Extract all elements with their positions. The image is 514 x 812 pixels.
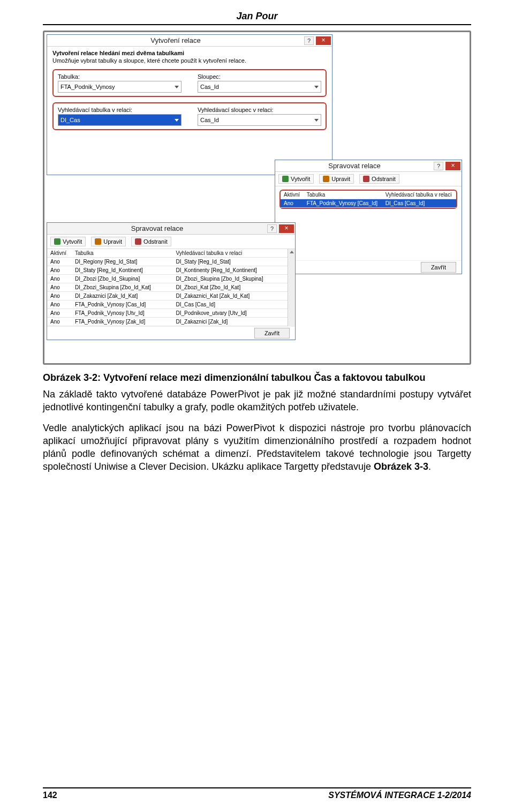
create-icon <box>282 176 289 182</box>
table-row[interactable]: Ano FTA_Podnik_Vynosy [Cas_Id] DI_Cas [C… <box>281 199 456 208</box>
cell-active: Ano <box>47 318 72 326</box>
table-row[interactable]: AnoFTA_Podnik_Vynosy [Utv_Id]DI_Podnikov… <box>47 309 288 318</box>
close-button[interactable]: × <box>445 162 460 170</box>
delete-icon <box>363 176 369 182</box>
create-button[interactable]: Vytvořit <box>278 174 314 184</box>
manage-relations-large: Spravovat relace ? × Vytvořit Upravit Od… <box>47 222 296 340</box>
scrollbar[interactable] <box>288 249 295 326</box>
cell-active: Ano <box>281 199 304 208</box>
create-dialog-body: Vytvoření relace hledání mezi dvěma tabu… <box>47 47 332 141</box>
delete-button[interactable]: Odstranit <box>131 237 171 246</box>
table-value: FTA_Podnik_Vynosy <box>61 84 115 90</box>
table-row[interactable]: AnoDI_Zbozi_Skupina [Zbo_Id_Kat]DI_Zbozi… <box>47 283 288 292</box>
paragraph-2-tail: . <box>428 461 431 472</box>
create-button[interactable]: Vytvořit <box>50 237 86 246</box>
cell-active: Ano <box>47 258 72 266</box>
cell-lookup: DI_Zbozi_Skupina [Zbo_Id_Skupina] <box>173 275 288 283</box>
close-button[interactable]: × <box>279 224 294 233</box>
cell-table: FTA_Podnik_Vynosy [Cas_Id] <box>304 199 382 208</box>
cell-table: FTA_Podnik_Vynosy [Utv_Id] <box>72 309 173 318</box>
manage-large-grid: Aktivní Tabulka Vyhledávací tabulka v re… <box>47 249 288 326</box>
delete-icon <box>135 238 141 245</box>
edit-button[interactable]: Upravit <box>91 237 126 246</box>
page: Jan Pour Vytvoření relace ? × Vytvoření … <box>0 0 514 812</box>
table-row[interactable]: AnoFTA_Podnik_Vynosy [Zak_Id]DI_Zakaznic… <box>47 318 288 326</box>
close-dialog-button[interactable]: Zavřít <box>254 328 290 339</box>
lookup-column-label: Vyhledávací sloupec v relaci: <box>198 107 321 113</box>
help-button[interactable]: ? <box>434 162 443 170</box>
help-button[interactable]: ? <box>304 36 314 45</box>
page-number: 142 <box>43 791 57 800</box>
cell-lookup: DI_Zbozi_Kat [Zbo_Id_Kat] <box>173 283 288 292</box>
header-rule <box>43 24 471 25</box>
column-label: Sloupec: <box>198 73 321 80</box>
manage-small-toolbar: Vytvořit Upravit Odstranit <box>275 172 462 186</box>
table-select[interactable]: FTA_Podnik_Vynosy <box>58 81 182 93</box>
table-row[interactable]: AnoDI_Staty [Reg_Id_Kontinent]DI_Kontine… <box>47 266 288 275</box>
table-label: Tabulka: <box>58 73 182 80</box>
cell-active: Ano <box>47 292 72 300</box>
col-lookup: Vyhledávací tabulka v relaci <box>173 249 288 258</box>
paragraph-1: Na základě takto vytvořené databáze Powe… <box>43 388 471 414</box>
page-footer: 142 SYSTÉMOVÁ INTEGRACE 1-2/2014 <box>43 787 471 800</box>
cell-active: Ano <box>47 283 72 292</box>
column-value: Cas_Id <box>200 84 219 90</box>
issue-label: SYSTÉMOVÁ INTEGRACE 1-2/2014 <box>328 791 471 800</box>
cell-table: FTA_Podnik_Vynosy [Zak_Id] <box>72 318 173 326</box>
cell-lookup: DI_Staty [Reg_Id_Stat] <box>173 258 288 266</box>
table-row[interactable]: AnoDI_Zakaznici [Zak_Id_Kat]DI_Zakaznici… <box>47 292 288 300</box>
cell-lookup: DI_Kontinenty [Reg_Id_Kontinent] <box>173 266 288 275</box>
cell-active: Ano <box>47 266 72 275</box>
create-relation-dialog: Vytvoření relace ? × Vytvoření relace hl… <box>47 34 332 175</box>
create-dialog-subtext: Umožňuje vybrat tabulky a sloupce, které… <box>52 57 327 64</box>
cell-table: DI_Zakaznici [Zak_Id_Kat] <box>72 292 173 300</box>
lookup-table-label: Vyhledávací tabulka v relaci: <box>58 107 182 113</box>
chevron-down-icon <box>314 119 319 122</box>
col-table: Tabulka <box>72 249 173 258</box>
edit-icon <box>323 176 329 182</box>
table-header-row: Aktivní Tabulka Vyhledávací tabulka v re… <box>47 249 288 258</box>
col-active: Aktivní <box>281 191 304 199</box>
edit-button[interactable]: Upravit <box>319 174 354 184</box>
lookup-table-select[interactable]: DI_Cas <box>58 114 182 126</box>
cell-lookup: DI_Cas [Cas_Id] <box>173 300 288 309</box>
chevron-down-icon <box>314 86 319 88</box>
manage-large-title: Spravovat relace <box>47 224 267 232</box>
cell-lookup: DI_Zakaznici_Kat [Zak_Id_Kat] <box>173 292 288 300</box>
chevron-down-icon <box>175 119 179 122</box>
cell-active: Ano <box>47 300 72 309</box>
delete-label: Odstranit <box>372 176 396 182</box>
table-row[interactable]: AnoDI_Zbozi [Zbo_Id_Skupina]DI_Zbozi_Sku… <box>47 275 288 283</box>
table-row[interactable]: AnoFTA_Podnik_Vynosy [Cas_Id]DI_Cas [Cas… <box>47 300 288 309</box>
scroll-up-icon <box>290 251 294 253</box>
screenshot-frame: Vytvoření relace ? × Vytvoření relace hl… <box>43 31 471 365</box>
lookup-table-value: DI_Cas <box>61 117 80 123</box>
delete-button[interactable]: Odstranit <box>359 174 399 184</box>
cell-table: DI_Zbozi [Zbo_Id_Skupina] <box>72 275 173 283</box>
lookup-column-select[interactable]: Cas_Id <box>198 114 321 126</box>
cell-active: Ano <box>47 309 72 318</box>
create-label: Vytvořit <box>291 176 310 182</box>
column-select[interactable]: Cas_Id <box>198 81 321 93</box>
chevron-down-icon <box>175 86 179 88</box>
paragraph-2: Vedle analytických aplikací jsou na bázi… <box>43 422 471 473</box>
col-active: Aktivní <box>47 249 72 258</box>
cell-lookup: DI_Zakaznici [Zak_Id] <box>173 318 288 326</box>
cell-table: DI_Regiony [Reg_Id_Stat] <box>72 258 173 266</box>
cell-table: FTA_Podnik_Vynosy [Cas_Id] <box>72 300 173 309</box>
delete-label: Odstranit <box>143 238 168 245</box>
help-button[interactable]: ? <box>267 224 277 233</box>
edit-label: Upravit <box>103 238 122 245</box>
manage-small-title: Spravovat relace <box>275 162 434 170</box>
figure-ref: Obrázek 3-3 <box>374 461 428 472</box>
close-button[interactable]: × <box>316 36 331 45</box>
cell-table: DI_Staty [Reg_Id_Kontinent] <box>72 266 173 275</box>
lookup-column-value: Cas_Id <box>200 117 219 123</box>
edit-icon <box>95 238 101 245</box>
figure-caption: Obrázek 3-2: Vytvoření relace mezi dimen… <box>43 372 471 384</box>
create-dialog-title: Vytvoření relace <box>47 36 304 44</box>
create-dialog-titlebar: Vytvoření relace ? × <box>47 35 332 47</box>
table-row[interactable]: AnoDI_Regiony [Reg_Id_Stat]DI_Staty [Reg… <box>47 258 288 266</box>
author-name: Jan Pour <box>43 11 471 22</box>
close-dialog-button[interactable]: Zavřít <box>421 262 456 273</box>
